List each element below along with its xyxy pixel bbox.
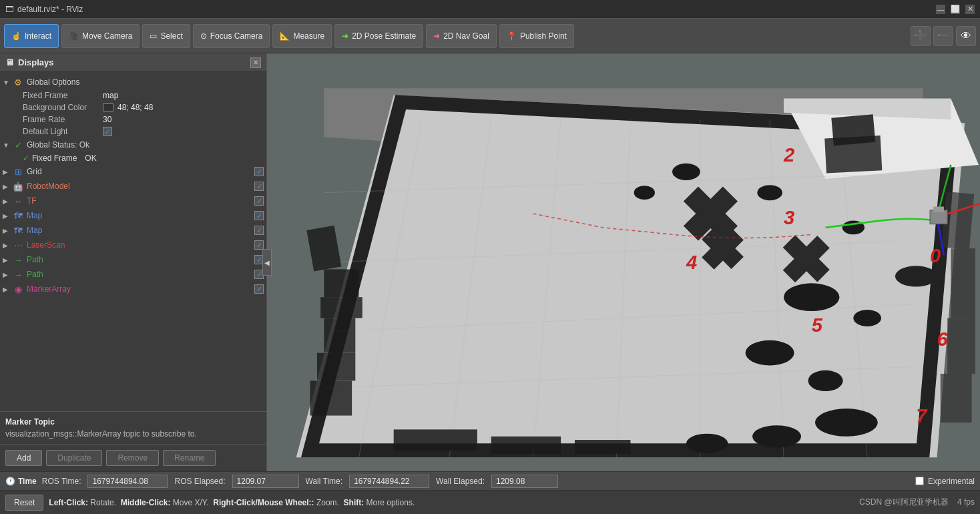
publish-point-tool-button[interactable]: 📍 Publish Point bbox=[499, 24, 574, 48]
tf-display-row[interactable]: ▶ ↔ TF bbox=[0, 194, 266, 208]
remove-button[interactable]: Remove bbox=[106, 450, 159, 466]
rename-button[interactable]: Rename bbox=[163, 450, 216, 466]
move-camera-icon: 🎥 bbox=[69, 31, 79, 41]
wall-time-input[interactable] bbox=[349, 475, 429, 488]
background-color-row[interactable]: Background Color 48; 48; 48 bbox=[0, 101, 266, 113]
laser-scan-display-checkbox[interactable] bbox=[254, 240, 264, 250]
viewport[interactable]: 2 3 4 5 6 0 7 ✛ ⊕ bbox=[267, 53, 980, 471]
tf-display-icon: ↔ bbox=[12, 195, 24, 207]
experimental-checkbox[interactable] bbox=[915, 477, 924, 485]
global-status-ff-value: OK bbox=[85, 154, 96, 163]
wall-elapsed-label: Wall Elapsed: bbox=[436, 477, 485, 486]
focus-camera-icon: ⊙ bbox=[200, 31, 207, 41]
grid-display-row[interactable]: ▶ ⊞ Grid bbox=[0, 164, 266, 179]
toolbar: ☝ Interact 🎥 Move Camera ▭ Select ⊙ Focu… bbox=[0, 19, 980, 53]
path2-display-row[interactable]: ▶ → Path bbox=[0, 267, 266, 282]
laser-scan-display-icon: ⋯ bbox=[12, 239, 24, 251]
default-light-row[interactable]: Default Light bbox=[0, 125, 266, 138]
map2-display-checkbox[interactable] bbox=[254, 226, 264, 235]
panel-collapse-arrow[interactable]: ◀ bbox=[262, 249, 272, 276]
map2-display-row[interactable]: ▶ 🗺 Map bbox=[0, 223, 266, 238]
focus-camera-label: Focus Camera bbox=[210, 31, 263, 41]
pose-estimate-tool-button[interactable]: ➜ 2D Pose Estimate bbox=[334, 24, 423, 48]
marker-array-display-checkbox[interactable] bbox=[254, 284, 264, 294]
svg-rect-45 bbox=[575, 440, 630, 454]
global-options-label: Global Options bbox=[27, 77, 264, 87]
global-status-fixed-frame-row: ✓ Fixed Frame OK bbox=[0, 152, 266, 164]
svg-point-26 bbox=[634, 186, 655, 200]
marker-array-expand: ▶ bbox=[3, 286, 12, 293]
grid-display-checkbox[interactable] bbox=[254, 167, 264, 176]
duplicate-button[interactable]: Duplicate bbox=[46, 450, 102, 466]
fixed-frame-row[interactable]: Fixed Frame map bbox=[0, 89, 266, 101]
svg-rect-42 bbox=[310, 380, 352, 415]
robot-model-display-row[interactable]: ▶ 🤖 RobotModel bbox=[0, 179, 266, 194]
svg-point-30 bbox=[853, 310, 881, 326]
app-icon: 🗖 bbox=[5, 5, 13, 14]
marker-array-display-icon: ◉ bbox=[12, 283, 24, 295]
ros-time-label: ROS Time: bbox=[42, 477, 81, 486]
move-camera-label: Move Camera bbox=[82, 31, 132, 41]
wall-elapsed-input[interactable] bbox=[491, 475, 558, 488]
nav-goal-icon: ➜ bbox=[433, 31, 440, 41]
select-icon: ▭ bbox=[150, 31, 157, 41]
select-tool-button[interactable]: ▭ Select bbox=[142, 24, 190, 48]
svg-text:4: 4 bbox=[686, 252, 697, 273]
svg-rect-61 bbox=[933, 207, 944, 212]
map2-expand: ▶ bbox=[3, 227, 12, 234]
global-status-icon: ✓ bbox=[12, 139, 24, 151]
time-panel: 🕐 Time ROS Time: ROS Elapsed: Wall Time:… bbox=[0, 471, 980, 490]
view-options-button[interactable]: 👁 bbox=[956, 26, 976, 46]
svg-rect-38 bbox=[324, 269, 358, 297]
default-light-checkbox[interactable] bbox=[103, 127, 112, 136]
displays-panel-header: 🖥 Displays ✕ bbox=[0, 53, 266, 72]
title-bar: 🗖 default.rviz* - RViz — ⬜ ✕ bbox=[0, 0, 980, 19]
ros-elapsed-input[interactable] bbox=[232, 475, 299, 488]
interact-icon: ☝ bbox=[11, 31, 21, 41]
focus-camera-tool-button[interactable]: ⊙ Focus Camera bbox=[193, 24, 270, 48]
display-icon: 🖥 bbox=[5, 57, 14, 67]
interact-tool-button[interactable]: ☝ Interact bbox=[4, 24, 59, 48]
add-button[interactable]: Add bbox=[5, 450, 42, 466]
background-color-label: Background Color bbox=[23, 103, 103, 112]
map1-display-row[interactable]: ▶ 🗺 Map bbox=[0, 208, 266, 223]
robot-model-display-checkbox[interactable] bbox=[254, 182, 264, 191]
nav-goal-tool-button[interactable]: ➜ 2D Nav Goal bbox=[426, 24, 497, 48]
svg-point-29 bbox=[784, 283, 839, 311]
global-options-icon: ⚙ bbox=[12, 76, 24, 88]
status-ok-icon: ✓ bbox=[23, 154, 29, 163]
global-status-expand: ▼ bbox=[3, 142, 12, 149]
frame-rate-row[interactable]: Frame Rate 30 bbox=[0, 113, 266, 125]
wall-time-label: Wall Time: bbox=[306, 477, 343, 486]
map1-display-checkbox[interactable] bbox=[254, 211, 264, 220]
remove-display-button[interactable]: ➖ bbox=[933, 26, 953, 46]
attribution-text: CSDN @叫阿尼亚学机器 bbox=[859, 497, 949, 507]
grid-display-label: Grid bbox=[27, 167, 254, 176]
left-panel: 🖥 Displays ✕ ▼ ⚙ Global Options Fixed Fr… bbox=[0, 53, 267, 471]
marker-array-display-row[interactable]: ▶ ◉ MarkerArray bbox=[0, 282, 266, 296]
global-options-row[interactable]: ▼ ⚙ Global Options bbox=[0, 75, 266, 89]
close-button[interactable]: ✕ bbox=[965, 5, 975, 14]
measure-tool-button[interactable]: 📐 Measure bbox=[272, 24, 332, 48]
ros-time-input[interactable] bbox=[87, 475, 168, 488]
svg-point-34 bbox=[815, 409, 878, 437]
displays-close-button[interactable]: ✕ bbox=[250, 57, 261, 68]
minimize-button[interactable]: — bbox=[936, 5, 945, 14]
background-color-value: 48; 48; 48 bbox=[103, 103, 153, 112]
map2-display-label: Map bbox=[27, 226, 254, 235]
fps-text: 4 fps bbox=[957, 497, 975, 507]
maximize-button[interactable]: ⬜ bbox=[951, 5, 960, 14]
add-display-button[interactable]: ➕ bbox=[911, 26, 931, 46]
reset-button[interactable]: Reset bbox=[5, 495, 43, 511]
global-status-row[interactable]: ▼ ✓ Global Status: Ok bbox=[0, 138, 266, 152]
path1-display-row[interactable]: ▶ → Path bbox=[0, 252, 266, 267]
svg-rect-40 bbox=[324, 318, 355, 352]
svg-rect-43 bbox=[394, 429, 477, 450]
laser-scan-display-row[interactable]: ▶ ⋯ LaserScan bbox=[0, 238, 266, 252]
path1-display-icon: → bbox=[12, 254, 24, 266]
global-status-ff-label: Fixed Frame bbox=[32, 154, 77, 163]
move-camera-tool-button[interactable]: 🎥 Move Camera bbox=[61, 24, 140, 48]
title-bar-controls[interactable]: — ⬜ ✕ bbox=[936, 5, 975, 14]
svg-rect-44 bbox=[491, 437, 561, 454]
tf-display-checkbox[interactable] bbox=[254, 196, 264, 206]
